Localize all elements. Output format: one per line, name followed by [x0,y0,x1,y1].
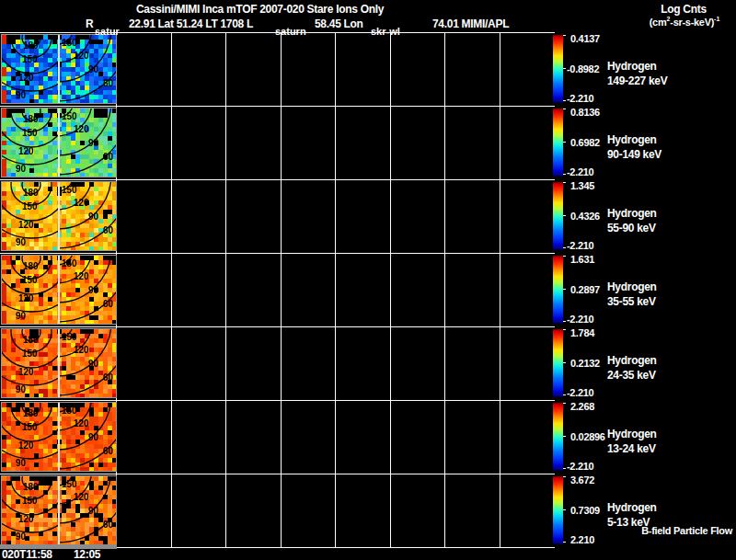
spectrogram-block: 180150120901501209060 [1,402,117,472]
sub-label-skr-wl: skr-wl [371,26,400,37]
colorbar [553,256,563,323]
colorbar-tick [563,174,566,175]
scale-top-label: 2.268 [570,401,594,412]
svg-text:120: 120 [74,124,89,134]
svg-text:120: 120 [18,367,34,377]
spectrogram-block: 180150120901501209060 [1,108,117,177]
svg-text:180: 180 [23,482,39,492]
ephemeris-r-label: R [86,17,93,30]
svg-text:120: 120 [18,220,34,230]
units-exponent: -1 [714,16,719,22]
svg-text:90: 90 [88,211,99,222]
svg-text:150: 150 [62,38,77,48]
colorbar-tick [563,403,566,404]
mimi-inca-display: Cassini/MIMI Inca mTOF 2007-020 Stare Io… [0,0,736,560]
colorbar-tick [563,542,566,543]
colorbar [553,403,563,470]
svg-text:90: 90 [88,64,99,74]
colorbar-tick [563,247,566,248]
colorbar [553,329,563,396]
colorbar [553,109,563,176]
colorbar-tick [563,182,566,183]
colorbar-tick [563,100,566,101]
svg-text:120: 120 [18,293,34,303]
colorbar-units-line: (cm2-sr-s-keV)-1 [635,16,734,28]
contour-overlay: 180150120901501209060 [2,109,116,177]
scale-bottom-label: -2.210 [567,461,593,472]
colorbar-tick [563,289,566,290]
svg-text:150: 150 [62,111,77,121]
colorbar-tick [563,468,566,469]
spectrogram-block: 180150120901501209060 [1,475,117,545]
contour-overlay: 180150120901501209060 [2,35,116,103]
energy-label: 90-149 keV [607,148,661,161]
spectrogram-block: 180150120901501209060 [1,181,117,251]
svg-text:90: 90 [16,90,27,100]
contour-overlay: 180150120901501209060 [2,329,116,397]
energy-label: 35-55 keV [607,295,656,308]
colorbar-tick [563,109,566,109]
svg-text:60: 60 [103,372,114,383]
energy-label: 5-13 keV [607,516,650,529]
svg-text:90: 90 [16,531,27,542]
svg-text:180: 180 [23,408,39,418]
svg-text:150: 150 [62,185,77,195]
colorbar-tick [563,215,566,216]
svg-text:90: 90 [88,506,99,516]
colorbar-tick [563,436,566,437]
bottom-axis-strip [0,544,117,549]
scale-mid-label: -0.8982 [567,63,599,74]
scale-top-label: 1.631 [570,254,594,265]
footer-time-start: 020T11:58 [2,548,52,560]
energy-label: 24-35 keV [607,369,656,382]
svg-text:180: 180 [23,188,39,198]
svg-text:150: 150 [62,332,77,342]
species-label: Hydrogen [607,207,657,220]
scale-top-label: 1.345 [570,180,594,191]
sub-label-satur: satur [95,26,120,37]
scale-top-label: 0.8136 [570,107,600,118]
spectrogram-block: 180150120901501209060 [1,328,117,398]
svg-text:150: 150 [22,349,38,359]
species-label: Hydrogen [607,501,657,514]
spectrogram-block: 180150120901501209060 [1,255,117,325]
svg-text:90: 90 [88,285,99,295]
svg-text:60: 60 [103,152,114,162]
scale-mid-label: 0.7309 [570,505,600,516]
scale-mid-label: 0.02896 [570,431,605,442]
scale-bottom-label: -2.210 [567,93,593,104]
ephemeris-lon: 58.45 Lon [315,17,363,30]
svg-text:180: 180 [23,335,39,345]
svg-text:90: 90 [16,458,27,468]
species-label: Hydrogen [607,354,657,367]
svg-text:120: 120 [74,51,89,61]
scale-top-label: 0.4137 [570,33,600,44]
svg-text:180: 180 [23,114,39,124]
svg-text:150: 150 [22,275,38,285]
scale-mid-label: 0.2132 [570,358,600,369]
sub-label-saturn: saturn [275,26,306,37]
species-label: Hydrogen [607,428,657,440]
page-title: Cassini/MIMI Inca mTOF 2007-020 Stare Io… [136,3,384,16]
contour-overlay: 180150120901501209060 [2,403,116,471]
svg-text:120: 120 [74,271,89,281]
colorbar-tick [563,476,566,477]
panel-hydrogen-3: 1801501209015012090601.3450.4326-2.210Hy… [0,179,736,253]
scale-mid-label: 0.2897 [570,284,600,295]
panel-hydrogen-7: 1801501209015012090603.6720.73092.210Hyd… [0,474,736,547]
colorbar-tick [563,362,566,363]
svg-text:150: 150 [22,422,38,432]
energy-label: 149-227 keV [607,74,667,87]
svg-text:120: 120 [74,198,89,208]
svg-text:120: 120 [18,514,34,524]
spectrogram-block: 180150120901501209060 [1,34,117,104]
colorbar-tick [563,329,566,330]
svg-text:150: 150 [22,201,38,211]
panel-hydrogen-1: 1801501209015012090600.4137-0.8982-2.210… [0,32,736,106]
species-label: Hydrogen [607,280,657,293]
svg-text:120: 120 [74,492,89,502]
svg-text:150: 150 [62,479,77,489]
panel-hydrogen-5: 1801501209015012090601.7840.2132-2.210Hy… [0,326,736,400]
scale-mid-label: 0.4326 [570,211,600,222]
svg-text:150: 150 [22,496,38,506]
